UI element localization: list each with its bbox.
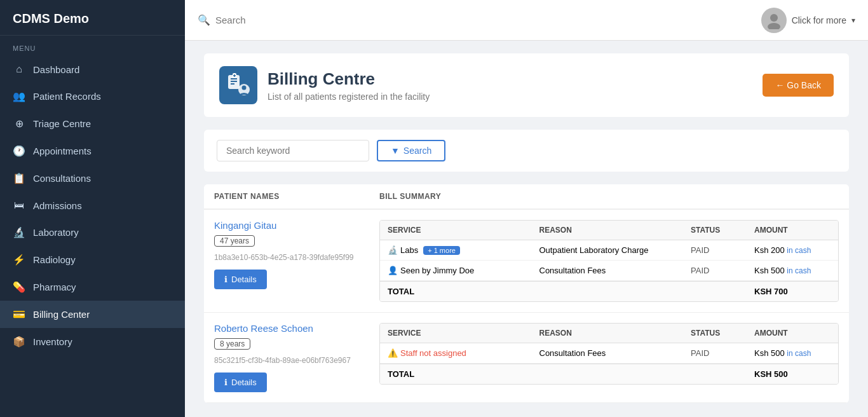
sidebar-item-label: Laboratory: [33, 227, 79, 238]
sidebar-item-triage-centre[interactable]: ⊕ Triage Centre: [0, 110, 185, 137]
bill-summary-col: SERVICE REASON STATUS AMOUNT 🔬 Labs + 1 …: [379, 220, 839, 302]
service-name: ⚠️ Staff not assigned: [388, 348, 539, 358]
col-service: SERVICE: [388, 226, 539, 235]
app-title: CDMS Demo: [0, 0, 185, 36]
total-label: TOTAL: [388, 287, 539, 296]
patient-col: Roberto Reese Schoen 8 years 85c321f5-cf…: [214, 323, 379, 392]
search-bar: ▼ Search: [204, 130, 849, 172]
service-amount: Ksh 500 in cash: [754, 266, 831, 275]
lab-icon: 🔬: [388, 245, 398, 255]
sidebar: CDMS Demo MENU ⌂ Dashboard 👥 Patient Rec…: [0, 0, 185, 417]
col-bill-summary: BILL SUMMARY: [379, 192, 839, 201]
service-cell: ⚠️ Staff not assigned: [388, 348, 539, 358]
sidebar-item-label: Dashboard: [33, 64, 79, 75]
laboratory-icon: 🔬: [13, 226, 25, 238]
avatar: [761, 8, 787, 33]
billing-center-icon: 💳: [13, 308, 25, 320]
total-row: TOTAL KSH 700: [380, 281, 838, 301]
patient-name[interactable]: Kingangi Gitau: [214, 220, 276, 231]
go-back-button[interactable]: ← Go Back: [763, 74, 834, 97]
sidebar-item-dashboard[interactable]: ⌂ Dashboard: [0, 56, 185, 83]
col-reason: REASON: [539, 329, 691, 338]
details-label: Details: [231, 378, 257, 387]
col-amount: AMOUNT: [754, 329, 831, 338]
service-table: SERVICE REASON STATUS AMOUNT 🔬 Labs + 1 …: [379, 220, 839, 302]
sidebar-item-label: Patient Records: [33, 91, 101, 102]
info-icon: ℹ: [224, 275, 227, 284]
search-button-label: Search: [403, 146, 431, 156]
sidebar-item-pharmacy[interactable]: 💊 Pharmacy: [0, 273, 185, 301]
sidebar-item-billing-center[interactable]: 💳 Billing Center: [0, 301, 185, 328]
appointments-icon: 🕐: [13, 145, 25, 157]
table-row: Kingangi Gitau 47 years 1b8a3e10-653b-4e…: [204, 210, 849, 313]
consultations-icon: 📋: [13, 172, 25, 184]
col-patient-names: PATIENT NAMES: [214, 192, 379, 201]
details-button[interactable]: ℹ Details: [214, 270, 267, 289]
table-row: Roberto Reese Schoen 8 years 85c321f5-cf…: [204, 313, 849, 403]
col-status: STATUS: [691, 226, 754, 235]
total-label: TOTAL: [388, 369, 539, 379]
service-table-header: SERVICE REASON STATUS AMOUNT: [380, 221, 838, 240]
col-service: SERVICE: [388, 329, 539, 338]
cash-label: in cash: [787, 246, 811, 255]
col-reason: REASON: [539, 226, 691, 235]
details-button[interactable]: ℹ Details: [214, 373, 267, 392]
page-header: Billing Centre List of all patients regi…: [204, 53, 849, 117]
topbar-user[interactable]: Click for more ▾: [761, 8, 855, 33]
topbar-search-input[interactable]: [215, 15, 342, 25]
search-input[interactable]: [217, 140, 369, 161]
age-badge: 8 years: [214, 338, 250, 350]
service-reason: Consultation Fees: [539, 266, 691, 275]
service-amount: Ksh 200 in cash: [754, 245, 831, 255]
sidebar-item-label: Inventory: [33, 336, 72, 347]
page-content: Billing Centre List of all patients regi…: [185, 41, 868, 417]
page-subtitle: List of all patients registered in the f…: [268, 92, 763, 102]
sidebar-item-patient-records[interactable]: 👥 Patient Records: [0, 83, 185, 110]
table-header: PATIENT NAMES BILL SUMMARY: [204, 184, 849, 210]
sidebar-item-appointments[interactable]: 🕐 Appointments: [0, 137, 185, 165]
main-content: 🔍 Click for more ▾: [185, 0, 868, 417]
radiology-icon: ⚡: [13, 254, 25, 266]
dashboard-icon: ⌂: [13, 64, 25, 75]
sidebar-item-radiology[interactable]: ⚡ Radiology: [0, 246, 185, 273]
search-button[interactable]: ▼ Search: [377, 140, 445, 161]
billing-table: PATIENT NAMES BILL SUMMARY Kingangi Gita…: [204, 184, 849, 403]
service-row: 🔬 Labs + 1 more Outpatient Laboratory Ch…: [380, 240, 838, 261]
pharmacy-icon: 💊: [13, 281, 25, 293]
service-reason: Consultation Fees: [539, 348, 691, 358]
page-title: Billing Centre: [268, 69, 763, 89]
service-cell: 🔬 Labs + 1 more: [388, 245, 460, 255]
sidebar-item-laboratory[interactable]: 🔬 Laboratory: [0, 219, 185, 246]
service-reason: Outpatient Laboratory Charge: [539, 245, 691, 255]
col-amount: AMOUNT: [754, 226, 831, 235]
triage-centre-icon: ⊕: [13, 118, 25, 130]
admissions-icon: 🛏: [13, 200, 25, 211]
svg-point-7: [242, 86, 247, 90]
service-amount: Ksh 500 in cash: [754, 348, 831, 358]
sidebar-item-label: Triage Centre: [33, 118, 91, 129]
service-row: ⚠️ Staff not assigned Consultation Fees …: [380, 343, 838, 364]
more-badge[interactable]: + 1 more: [423, 246, 460, 255]
sidebar-item-label: Appointments: [33, 146, 92, 156]
filter-icon: ▼: [391, 146, 400, 156]
sidebar-item-inventory[interactable]: 📦 Inventory: [0, 328, 185, 355]
sidebar-item-label: Consultations: [33, 173, 91, 184]
sidebar-item-label: Radiology: [33, 254, 76, 265]
total-row: TOTAL KSH 500: [380, 364, 838, 384]
sidebar-item-admissions[interactable]: 🛏 Admissions: [0, 192, 185, 219]
svg-point-1: [768, 23, 780, 29]
service-row: 👤 Seen by Jimmy Doe Consultation Fees PA…: [380, 261, 838, 281]
page-header-icon: [219, 66, 257, 104]
service-name: 👤 Seen by Jimmy Doe: [388, 266, 539, 275]
svg-point-0: [770, 14, 778, 22]
page-header-text: Billing Centre List of all patients regi…: [268, 69, 763, 102]
patient-records-icon: 👥: [13, 90, 25, 102]
warning-icon: ⚠️: [388, 348, 398, 358]
patient-name[interactable]: Roberto Reese Schoen: [214, 323, 313, 334]
service-name: 🔬 Labs + 1 more: [388, 245, 539, 255]
sidebar-item-consultations[interactable]: 📋 Consultations: [0, 165, 185, 192]
service-table: SERVICE REASON STATUS AMOUNT ⚠️ Staff no…: [379, 323, 839, 385]
sidebar-item-label: Billing Center: [33, 309, 90, 320]
topbar: 🔍 Click for more ▾: [185, 0, 868, 41]
inventory-icon: 📦: [13, 336, 25, 348]
